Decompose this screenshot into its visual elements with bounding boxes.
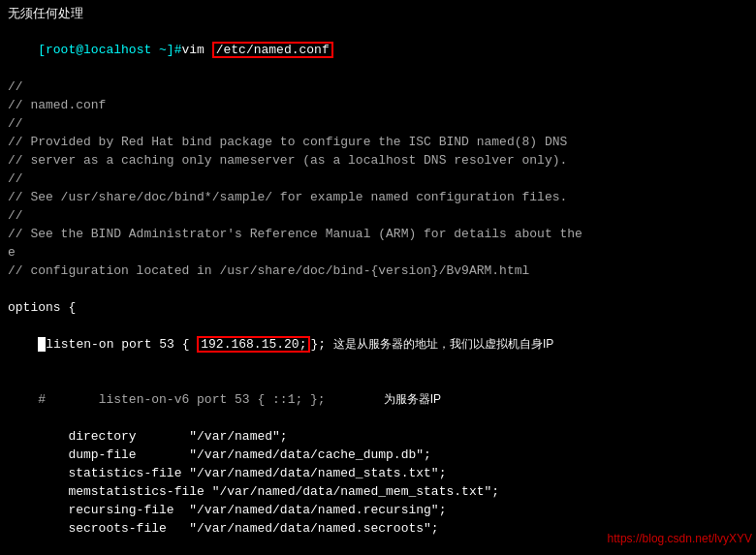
command-highlighted: /etc/named.conf — [212, 42, 333, 58]
prompt: [root@localhost ~]# — [38, 43, 181, 57]
comment-bind-ref-cont: e — [8, 243, 748, 262]
options-block: options { — [8, 298, 748, 317]
no-process-line: 无须任何处理 — [8, 4, 748, 22]
command-line: [root@localhost ~]#vim /etc/named.conf — [8, 22, 748, 77]
stats-file-line: statistics-file "/var/named/data/named_s… — [8, 464, 748, 482]
empty-line-5 — [8, 280, 748, 298]
dump-file-line: dump-file "/var/named/data/cache_dump.db… — [8, 446, 748, 464]
annotation-line1: 这是从服务器的地址，我们以虚拟机自身IP — [333, 337, 553, 351]
recursing-file-line: recursing-file "/var/named/data/named.re… — [8, 501, 748, 519]
annotation-line2: 为服务器IP — [326, 392, 441, 406]
comment-empty3: // — [8, 170, 748, 188]
comment-provided: // Provided by Red Hat bind package to c… — [8, 133, 748, 151]
comment-named-conf: // named.conf — [8, 96, 748, 114]
comment-bind-ref: // See the BIND Administrator's Referenc… — [8, 225, 748, 243]
comment-empty4: // — [8, 206, 748, 225]
directory-line: directory "/var/named"; — [8, 427, 748, 446]
comment-empty1: // — [8, 77, 748, 96]
command-prefix: vim — [181, 43, 211, 57]
comment-config: // configuration located in /usr/share/d… — [8, 262, 748, 280]
mem-stats-line: memstatistics-file "/var/named/data/name… — [8, 482, 748, 501]
listen-on-end: }; — [310, 337, 332, 352]
listen-on-ip-highlighted: 192.168.15.20; — [197, 336, 310, 353]
comment-empty2: // — [8, 114, 748, 133]
listen-v6-text: # listen-on-v6 port 53 { ::1; }; — [38, 392, 325, 407]
comment-server: // server as a caching only nameserver (… — [8, 151, 748, 170]
terminal: 无须任何处理 [root@localhost ~]#vim /etc/named… — [0, 0, 756, 555]
listen-on-text: listen-on port 53 { — [46, 337, 197, 352]
listen-on-line: listen-on port 53 { 192.168.15.20;}; 这是从… — [8, 317, 748, 372]
watermark: https://blog.csdn.net/lvyXYV — [604, 530, 756, 547]
comment-see: // See /usr/share/doc/bind*/sample/ for … — [8, 188, 748, 206]
listen-v6-line: # listen-on-v6 port 53 { ::1; }; 为服务器IP — [8, 372, 748, 427]
